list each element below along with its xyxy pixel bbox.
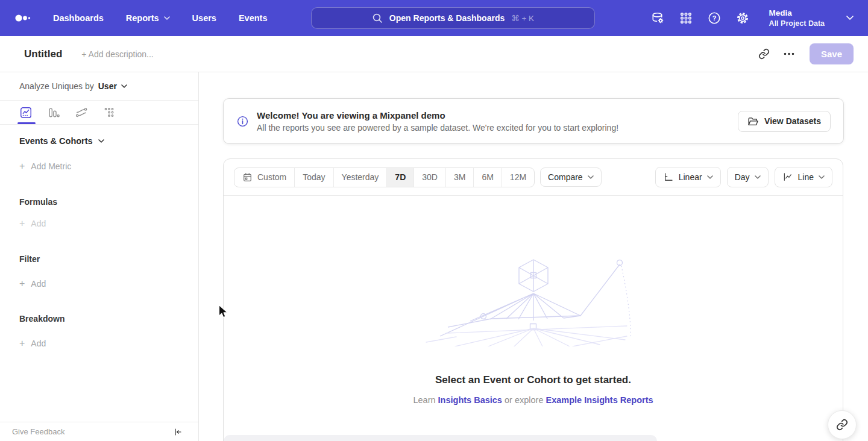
analyze-by-dropdown[interactable]: User (98, 81, 127, 91)
search-icon (372, 13, 383, 23)
date-range-12m[interactable]: 12M (502, 168, 534, 187)
linear-axis-icon (663, 172, 674, 183)
date-range-label: 30D (422, 172, 438, 182)
banner-subtitle: All the reports you see are powered by a… (257, 123, 618, 133)
nav-label: Dashboards (53, 13, 104, 23)
flows-icon (75, 106, 88, 119)
date-range-label: Today (303, 172, 325, 182)
project-dataset: All Project Data (769, 19, 825, 28)
date-range-label: 7D (395, 172, 406, 182)
settings-gear-icon[interactable] (735, 11, 750, 25)
svg-text:?: ? (712, 14, 716, 22)
plus-icon: + (19, 280, 25, 288)
chevron-down-icon (819, 175, 825, 179)
line-chart-icon (782, 172, 793, 183)
tab-flows[interactable] (75, 101, 89, 124)
chart-type-selector-button[interactable]: Line (775, 167, 832, 187)
project-name: Media (769, 8, 825, 19)
date-range-6m[interactable]: 6M (473, 168, 501, 187)
date-range-yesterday[interactable]: Yesterday (333, 168, 387, 187)
chart-empty-state: Select an Event or Cohort to get started… (224, 196, 843, 405)
insights-chart-card: Custom Today Yesterday 7D 30D 3M 6M 12M … (223, 158, 843, 441)
nav-item-dashboards[interactable]: Dashboards (53, 13, 104, 23)
insights-basics-link[interactable]: Insights Basics (438, 395, 502, 405)
date-range-3m[interactable]: 3M (445, 168, 473, 187)
nav-item-events[interactable]: Events (239, 13, 268, 23)
empty-state-illustration (419, 256, 648, 346)
date-range-today[interactable]: Today (294, 168, 333, 187)
mixpanel-logo-icon (14, 14, 31, 22)
collapse-left-icon (173, 427, 183, 437)
tab-bar-chart[interactable] (47, 101, 61, 124)
mixpanel-logo[interactable] (14, 14, 34, 22)
events-cohorts-label: Events & Cohorts (19, 136, 93, 146)
top-navigation: Dashboards Reports Users Events Open Rep… (0, 0, 868, 36)
report-header: Untitled + Add description... Save (0, 36, 868, 72)
analyze-label: Analyze Uniques by (19, 81, 94, 91)
bottom-panel-peek (224, 435, 657, 441)
add-breakdown-button[interactable]: + Add (19, 339, 179, 348)
report-title[interactable]: Untitled (24, 48, 62, 60)
chevron-down-icon (588, 175, 594, 179)
add-metric-label: Add Metric (31, 161, 71, 171)
filter-section-title: Filter (19, 254, 179, 264)
tab-line-chart[interactable] (19, 101, 34, 124)
help-icon[interactable]: ? (707, 11, 722, 25)
add-formula-button[interactable]: + Add (19, 219, 179, 228)
date-range-30d[interactable]: 30D (414, 168, 445, 187)
copy-link-icon[interactable] (758, 48, 770, 60)
main-content: Welcome! You are viewing a Mixpanel demo… (199, 72, 868, 441)
compare-button[interactable]: Compare (540, 167, 602, 187)
folder-open-icon (747, 116, 759, 127)
chart-display-controls: Linear Day Line (655, 167, 832, 187)
chevron-down-icon (98, 139, 104, 143)
interval-label: Day (735, 172, 750, 182)
add-breakdown-label: Add (31, 339, 46, 348)
view-datasets-button[interactable]: View Datasets (738, 111, 831, 132)
date-range-label: 3M (454, 172, 465, 182)
nav-item-users[interactable]: Users (192, 13, 216, 23)
empty-state-links: Learn Insights Basics or explore Example… (224, 395, 843, 405)
date-range-label: 12M (510, 172, 526, 182)
add-filter-label: Add (31, 279, 46, 289)
search-shortcut: ⌘ + K (511, 13, 534, 23)
demo-banner: Welcome! You are viewing a Mixpanel demo… (223, 98, 844, 144)
line-chart-icon (19, 106, 33, 119)
interval-selector-button[interactable]: Day (727, 167, 769, 187)
add-formula-label: Add (31, 219, 46, 228)
learn-prefix: Learn (413, 395, 435, 405)
sidebar-footer: Give Feedback (0, 422, 198, 441)
nav-item-reports[interactable]: Reports (126, 13, 170, 23)
scatter-icon (102, 106, 116, 119)
info-icon (236, 115, 249, 128)
tab-scatter[interactable] (102, 101, 117, 124)
add-metric-button[interactable]: + Add Metric (19, 161, 179, 171)
empty-state-title: Select an Event or Cohort to get started… (224, 374, 843, 386)
plus-icon: + (19, 219, 25, 228)
plus-icon: + (19, 339, 25, 348)
share-link-fab[interactable] (828, 410, 857, 439)
give-feedback-link[interactable]: Give Feedback (12, 427, 64, 436)
data-management-icon[interactable] (650, 11, 665, 25)
collapse-sidebar-button[interactable] (173, 427, 183, 437)
save-button[interactable]: Save (810, 43, 854, 64)
nav-label: Events (239, 13, 268, 23)
project-switcher[interactable]: Media All Project Data (769, 8, 825, 28)
nav-links: Dashboards Reports Users Events (53, 13, 267, 23)
apps-grid-icon[interactable] (679, 11, 693, 25)
scale-selector-button[interactable]: Linear (655, 167, 721, 187)
search-placeholder: Open Reports & Dashboards (389, 13, 505, 23)
add-description-field[interactable]: + Add description... (81, 49, 153, 59)
date-range-custom[interactable]: Custom (234, 168, 294, 187)
date-range-7d[interactable]: 7D (386, 168, 414, 187)
date-range-label: Custom (257, 172, 286, 182)
more-options-icon[interactable] (784, 52, 794, 55)
add-filter-button[interactable]: + Add (19, 279, 179, 289)
events-cohorts-section-header[interactable]: Events & Cohorts (19, 136, 179, 146)
example-insights-reports-link[interactable]: Example Insights Reports (546, 395, 653, 405)
global-search[interactable]: Open Reports & Dashboards ⌘ + K (311, 7, 595, 29)
calendar-icon (242, 172, 253, 183)
date-range-label: 6M (482, 172, 493, 182)
chart-type-label: Line (798, 172, 814, 182)
banner-title: Welcome! You are viewing a Mixpanel demo (257, 110, 618, 120)
